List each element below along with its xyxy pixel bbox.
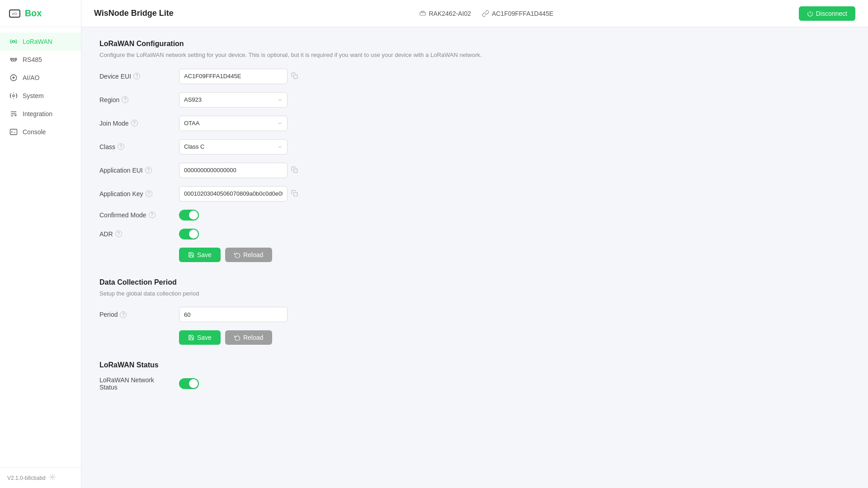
logo-brand: Box — [25, 8, 42, 19]
lorawan-config-save-button[interactable]: Save — [179, 248, 221, 262]
reload-icon — [234, 252, 241, 258]
confirmed-mode-help-icon[interactable]: ? — [149, 211, 156, 218]
class-select[interactable]: Class A Class B Class C — [179, 139, 288, 155]
class-label: Class ? — [99, 143, 172, 150]
sidebar-item-rs485[interactable]: RS485 — [0, 51, 81, 69]
lorawan-config-save-label: Save — [197, 251, 212, 258]
app-key-row: Application Key ? — [99, 186, 850, 202]
integration-icon — [9, 109, 18, 118]
sidebar-item-system[interactable]: System — [0, 87, 81, 105]
device-eui-help-icon[interactable]: ? — [133, 73, 140, 80]
rs485-icon — [9, 55, 18, 64]
app-key-label: Application Key ? — [99, 190, 172, 197]
data-collection-save-label: Save — [197, 334, 212, 341]
join-mode-input-wrap: OTAA ABP — [179, 116, 288, 131]
network-status-row: LoRaWAN Network Status — [99, 376, 850, 391]
data-collection-desc: Setup the global data collection period — [99, 289, 850, 298]
sidebar-item-console[interactable]: Console — [0, 123, 81, 141]
app-eui-input[interactable] — [179, 163, 288, 178]
main-content: WisNode Bridge Lite RAK2462-AI02 AC1F09F… — [81, 0, 868, 488]
svg-point-5 — [13, 95, 15, 97]
adr-row: ADR ? — [99, 229, 850, 239]
adr-toggle[interactable] — [179, 229, 199, 239]
link-icon — [482, 10, 489, 17]
sidebar-item-system-label: System — [23, 92, 44, 99]
sidebar-item-integration[interactable]: Integration — [0, 105, 81, 123]
adr-label: ADR ? — [99, 230, 172, 238]
lorawan-icon — [9, 37, 18, 46]
disconnect-icon — [807, 10, 813, 17]
lorawan-config-reload-button[interactable]: Reload — [225, 248, 272, 262]
disconnect-label: Disconnect — [816, 10, 847, 17]
app-eui-copy-icon[interactable] — [291, 166, 298, 174]
lorawan-status-section: LoRaWAN Status LoRaWAN Network Status — [99, 361, 850, 391]
app-key-input[interactable] — [179, 186, 288, 202]
header-meta: RAK2462-AI02 AC1F09FFFA1D445E — [419, 10, 554, 17]
logo-box: I/O — [9, 9, 20, 18]
mac-address: AC1F09FFFA1D445E — [492, 10, 553, 17]
app-eui-input-wrap — [179, 163, 298, 178]
network-status-label: LoRaWAN Network Status — [99, 376, 172, 391]
mac-address-item: AC1F09FFFA1D445E — [482, 10, 553, 17]
svg-rect-11 — [294, 169, 297, 172]
svg-rect-1 — [10, 58, 12, 60]
adr-help-icon[interactable]: ? — [115, 230, 122, 237]
region-select[interactable]: AS923 EU868 US915 AU915 KR920 IN865 — [179, 92, 288, 108]
data-collection-btn-row: Save Reload — [99, 330, 850, 345]
region-row: Region ? AS923 EU868 US915 AU915 KR920 I… — [99, 92, 850, 108]
page-title: WisNode Bridge Lite — [94, 9, 174, 18]
period-help-icon[interactable]: ? — [120, 311, 127, 318]
lorawan-config-section: LoRaWAN Configuration Configure the LoRa… — [99, 40, 850, 262]
region-help-icon[interactable]: ? — [122, 96, 128, 103]
logo: I/O Box — [0, 0, 81, 27]
sidebar-item-rs485-label: RS485 — [23, 56, 42, 63]
sidebar-item-aiao[interactable]: AI/AO — [0, 69, 81, 87]
confirmed-mode-label: Confirmed Mode ? — [99, 211, 172, 219]
sidebar-item-aiao-label: AI/AO — [23, 74, 39, 81]
class-row: Class ? Class A Class B Class C — [99, 139, 850, 155]
lorawan-config-reload-label: Reload — [243, 251, 263, 258]
app-key-input-wrap — [179, 186, 298, 202]
join-mode-help-icon[interactable]: ? — [131, 120, 138, 127]
content-area: LoRaWAN Configuration Configure the LoRa… — [81, 27, 868, 488]
app-eui-help-icon[interactable]: ? — [145, 167, 152, 174]
app-eui-row: Application EUI ? — [99, 163, 850, 178]
disconnect-button[interactable]: Disconnect — [799, 6, 855, 21]
data-collection-save-button[interactable]: Save — [179, 330, 221, 345]
device-eui-input[interactable] — [179, 69, 288, 84]
sidebar-nav: LoRaWAN RS485 AI/AO System Integration — [0, 27, 81, 467]
data-collection-title: Data Collection Period — [99, 278, 850, 286]
class-help-icon[interactable]: ? — [118, 143, 124, 150]
device-id-item: RAK2462-AI02 — [419, 10, 471, 17]
svg-rect-10 — [294, 75, 297, 78]
class-input-wrap: Class A Class B Class C — [179, 139, 288, 155]
sidebar-item-console-label: Console — [23, 128, 46, 136]
period-row: Period ? — [99, 307, 850, 322]
sidebar-item-lorawan[interactable]: LoRaWAN — [0, 33, 81, 51]
header: WisNode Bridge Lite RAK2462-AI02 AC1F09F… — [81, 0, 868, 27]
device-eui-copy-icon[interactable] — [291, 72, 298, 80]
sidebar-footer: V2.1.0-b8cbabd — [0, 467, 81, 488]
app-key-help-icon[interactable]: ? — [146, 190, 152, 197]
device-eui-input-wrap — [179, 69, 298, 84]
period-input[interactable] — [179, 307, 288, 322]
settings-icon[interactable] — [49, 474, 56, 482]
join-mode-select[interactable]: OTAA ABP — [179, 116, 288, 131]
confirmed-mode-toggle[interactable] — [179, 210, 199, 221]
device-icon — [419, 10, 426, 17]
svg-rect-12 — [294, 192, 297, 196]
period-label: Period ? — [99, 311, 172, 318]
app-key-copy-icon[interactable] — [291, 190, 298, 198]
aiao-icon — [9, 73, 18, 82]
network-status-toggle[interactable] — [179, 378, 199, 389]
reload-icon-2 — [234, 334, 241, 341]
region-label: Region ? — [99, 96, 172, 103]
save-icon — [188, 252, 194, 258]
data-collection-section: Data Collection Period Setup the global … — [99, 278, 850, 345]
lorawan-config-btn-row: Save Reload — [99, 248, 850, 262]
svg-point-7 — [52, 476, 53, 478]
device-eui-row: Device EUI ? — [99, 69, 850, 84]
data-collection-reload-button[interactable]: Reload — [225, 330, 272, 345]
device-id: RAK2462-AI02 — [429, 10, 471, 17]
sidebar-item-integration-label: Integration — [23, 110, 52, 117]
